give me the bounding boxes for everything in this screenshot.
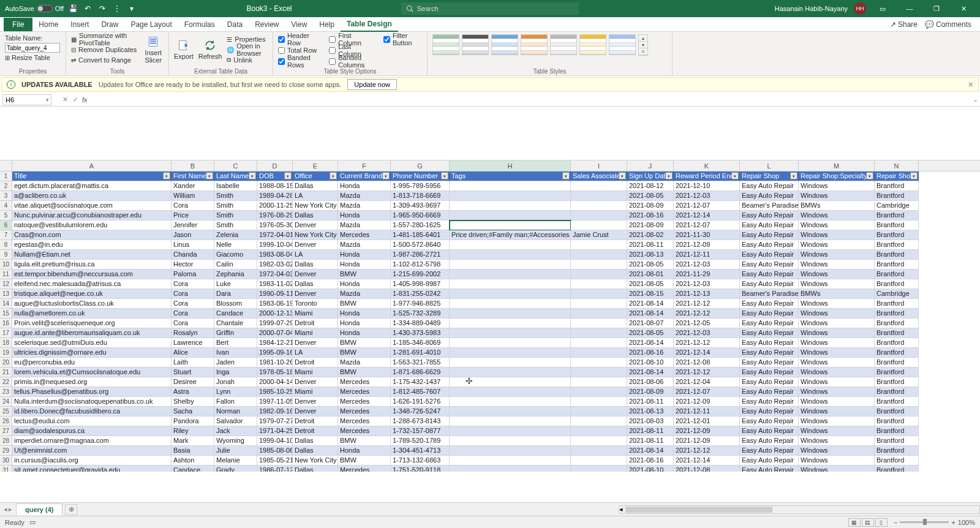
cell[interactable] (571, 387, 627, 397)
cell[interactable]: 1984-12-21 (257, 338, 293, 348)
table-header-cell[interactable]: Title▾ (12, 172, 172, 181)
cell[interactable]: 1-987-286-2721 (391, 250, 450, 260)
cell[interactable]: imperdiet.ornare@magnaa.com (12, 436, 172, 446)
cell[interactable]: 1986-07-12 (257, 466, 293, 472)
cell[interactable]: Brantford (875, 319, 919, 328)
zoom-out-icon[interactable]: − (894, 519, 897, 526)
cell[interactable] (571, 250, 627, 260)
cell[interactable]: BMW (338, 348, 391, 358)
cell[interactable] (571, 466, 627, 472)
cell[interactable]: New York City (293, 201, 338, 211)
cell[interactable] (450, 446, 571, 456)
cell[interactable]: 1-965-950-6669 (391, 211, 450, 221)
cell[interactable]: Mazda (338, 289, 391, 299)
cell[interactable]: primis.in@nequesed.org (12, 377, 172, 387)
row-header[interactable]: 8 (0, 240, 12, 250)
cancel-formula-icon[interactable]: ✕ (62, 96, 68, 104)
cell[interactable]: Honda (338, 446, 391, 456)
cell[interactable]: Windows (799, 426, 875, 436)
cell[interactable] (571, 319, 627, 328)
cell[interactable]: 2021-08-09 (627, 221, 674, 230)
row-header[interactable]: 20 (0, 358, 12, 368)
cell[interactable]: 1985-10-25 (257, 387, 293, 397)
cell[interactable] (450, 338, 571, 348)
cell[interactable]: in.cursus@iaculis.org (12, 456, 172, 466)
cell[interactable]: Easy Auto Repair (740, 260, 799, 270)
cell[interactable]: 1-481-185-6401 (391, 230, 450, 240)
cell[interactable]: 2021-12-11 (674, 250, 740, 260)
cell[interactable]: Brantford (875, 426, 919, 436)
cell[interactable]: LA (293, 191, 338, 201)
sheet-tab-active[interactable]: query (4) (16, 503, 62, 515)
cell[interactable]: Jonah (214, 377, 257, 387)
cell[interactable]: 1978-05-18 (257, 368, 293, 377)
cell[interactable]: Alice (172, 348, 214, 358)
cell[interactable]: Easy Auto Repair (740, 466, 799, 472)
cell[interactable]: 1-831-255-0242 (391, 289, 450, 299)
cell[interactable]: 2021-08-12 (627, 181, 674, 191)
cell[interactable]: Easy Auto Repair (740, 191, 799, 201)
cell[interactable]: 1-813-718-6669 (391, 191, 450, 201)
cell[interactable]: 1-304-451-4713 (391, 446, 450, 456)
row-header[interactable]: 16 (0, 319, 12, 328)
cell[interactable]: Denver (293, 221, 338, 230)
cell[interactable]: 2021-08-16 (627, 456, 674, 466)
cell[interactable]: 1-175-432-1437 (391, 377, 450, 387)
accessibility-icon[interactable]: ▭ (29, 518, 36, 526)
cell[interactable]: Brantford (875, 230, 919, 240)
qat-more-icon[interactable]: ▾ (126, 3, 137, 14)
cell[interactable] (571, 299, 627, 309)
cell[interactable]: Proin.velit@scelerisqueneque.org (12, 319, 172, 328)
cell[interactable]: Denver (293, 377, 338, 387)
cell[interactable] (450, 289, 571, 299)
cell[interactable]: Denver (293, 270, 338, 279)
cell[interactable]: Brantford (875, 328, 919, 338)
cell[interactable]: Easy Auto Repair (740, 240, 799, 250)
cell[interactable]: 1-405-998-9987 (391, 279, 450, 289)
cell[interactable]: 1971-04-25 (257, 426, 293, 436)
summarize-pivot-button[interactable]: ▦ Summarize with PivotTable (71, 34, 138, 44)
table-header-cell[interactable]: Repair Shop▾ (740, 172, 799, 181)
cell[interactable] (571, 446, 627, 456)
cell[interactable]: Windows (799, 240, 875, 250)
cell[interactable]: 1-563-321-7855 (391, 358, 450, 368)
table-style-swatch[interactable] (432, 34, 459, 55)
cell[interactable]: 2021-12-04 (674, 377, 740, 387)
cell[interactable]: BMWs (799, 289, 875, 299)
cell[interactable]: 1-626-191-5276 (391, 397, 450, 407)
row-header[interactable]: 4 (0, 201, 12, 211)
cell[interactable]: 2021-12-10 (674, 181, 740, 191)
cell[interactable]: 2021-12-03 (674, 279, 740, 289)
cell[interactable]: Smith (214, 191, 257, 201)
cell[interactable]: Jason (172, 230, 214, 240)
cell[interactable]: Nullam@Etiam.net (12, 250, 172, 260)
header-row-check[interactable]: Header Row (278, 34, 320, 44)
cell[interactable]: Mercedes (338, 466, 391, 472)
cell[interactable]: Ashton (172, 456, 214, 466)
cell[interactable]: BMWs (799, 201, 875, 211)
cell[interactable]: Desiree (172, 377, 214, 387)
column-header[interactable]: F (338, 160, 391, 171)
cell[interactable]: Cora (172, 201, 214, 211)
search-box[interactable]: Search (401, 2, 579, 15)
cell[interactable]: Windows (799, 181, 875, 191)
cell[interactable]: 2021-08-11 (627, 240, 674, 250)
table-header-cell[interactable]: Office▾ (293, 172, 338, 181)
column-header[interactable]: D (257, 160, 293, 171)
cell[interactable]: 1-215-699-2002 (391, 270, 450, 279)
cell[interactable]: Windows (799, 338, 875, 348)
cell[interactable]: Dallas (293, 211, 338, 221)
cell[interactable]: 1999-10-04 (257, 240, 293, 250)
cell[interactable]: Windows (799, 446, 875, 456)
cell[interactable]: 1997-11-05 (257, 397, 293, 407)
cell[interactable]: tristique.aliquet@neque.co.uk (12, 289, 172, 299)
cell[interactable] (450, 250, 571, 260)
cell[interactable]: 1-525-732-3289 (391, 309, 450, 319)
cell[interactable]: Brantford (875, 387, 919, 397)
refresh-button[interactable]: Refresh (198, 34, 222, 65)
row-header[interactable]: 24 (0, 397, 12, 407)
row-header[interactable]: 14 (0, 299, 12, 309)
cell[interactable]: 2021-08-06 (627, 377, 674, 387)
formula-bar-expand-icon[interactable]: ⌄ (970, 96, 980, 104)
cell[interactable]: Easy Auto Repair (740, 279, 799, 289)
